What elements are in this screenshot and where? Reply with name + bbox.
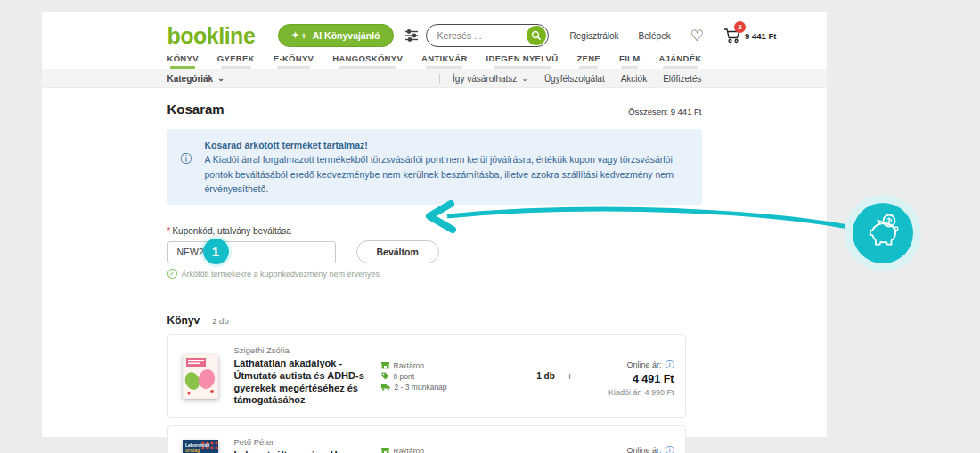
tag-icon	[381, 372, 389, 380]
check-icon: ✓	[167, 269, 177, 279]
main-content-card: bookline ✦＋ AI Könyvajánló	[42, 12, 827, 437]
store-icon	[381, 361, 389, 369]
item-title[interactable]: Láthatatlan akadályok - Útmutató autista…	[234, 358, 372, 407]
tab-ekonyv[interactable]: E-KÖNYV	[274, 53, 314, 69]
ai-recommender-button[interactable]: ✦＋ AI Könyvajánló	[278, 24, 393, 47]
redeem-coupon-button[interactable]: Beváltom	[356, 240, 439, 263]
search-input[interactable]	[437, 30, 527, 41]
cart-button[interactable]: 2 9 441 Ft	[723, 28, 776, 44]
search-icon	[531, 30, 542, 41]
sparkle-icon: ✦＋	[291, 29, 307, 42]
delivery-status: 2 - 3 munkanap	[381, 383, 484, 392]
register-link[interactable]: Regisztrálok	[570, 31, 619, 41]
page-title: Kosaram	[167, 101, 225, 117]
quantity-value: 1 db	[536, 371, 555, 381]
availability-status: Raktáron	[381, 361, 484, 370]
site-header: bookline ✦＋ AI Könyvajánló	[167, 12, 702, 51]
cart-grand-total: Összesen: 9 441 Ft	[628, 107, 701, 117]
item-author[interactable]: Pető Péter	[234, 437, 372, 447]
item-author[interactable]: Szigethi Zsófia	[234, 345, 372, 355]
svg-text:ország: ország	[185, 448, 200, 453]
quantity-decrease-button[interactable]: −	[519, 370, 526, 382]
notice-body: A Kiadói árral forgalmazott termékekből …	[205, 152, 690, 196]
chevron-down-icon: ⌄	[521, 75, 528, 83]
promotions-link[interactable]: Akciók	[621, 74, 647, 84]
quantity-stepper: − 1 db +	[484, 370, 608, 382]
search-button[interactable]	[527, 26, 546, 45]
search-bar	[426, 24, 549, 47]
step-1-badge: 1	[203, 239, 229, 264]
tab-hangoskonyv[interactable]: HANGOSKÖNYV	[332, 53, 403, 69]
primary-nav: KÖNYV GYEREK E-KÖNYV HANGOSKÖNYV ANTIKVÁ…	[167, 53, 702, 69]
subscription-link[interactable]: Előfizetés	[663, 74, 701, 84]
piggy-bank-halo	[845, 195, 921, 271]
login-link[interactable]: Belépek	[639, 31, 671, 41]
coupon-label: *Kuponkód, utalvány beváltása	[167, 226, 702, 236]
secondary-nav-bar: Kategóriák ⌄ Így vásárolhatsz ⌄ Ügyfélsz…	[42, 69, 827, 88]
cart-section-count: 2 db	[212, 316, 229, 326]
points-status: 0 pont	[381, 372, 484, 381]
tab-antikvar[interactable]: ANTIKVÁR	[421, 53, 467, 69]
cart-count-badge: 2	[734, 21, 746, 33]
tab-ajandek[interactable]: AJÁNDÉK	[658, 53, 701, 69]
required-asterisk: *	[167, 226, 171, 236]
notice-title: Kosarad árkötött terméket tartalmaz!	[205, 138, 690, 152]
tab-idegen-nyelvu[interactable]: IDEGEN NYELVŰ	[486, 53, 559, 69]
online-price-label: Online ár: ⓘ	[626, 359, 674, 371]
cart-item-row: Leborotvált ország Pető Péter Leborotvál…	[167, 425, 686, 453]
price-locked-notice: ⓘ Kosarad árkötött terméket tartalmaz! A…	[167, 129, 702, 205]
price-info-icon[interactable]: ⓘ	[666, 359, 674, 371]
coupon-section: *Kuponkód, utalvány beváltása 1 Beváltom…	[167, 226, 702, 279]
cart-section-title: Könyv	[167, 314, 200, 327]
availability-status: Raktáron	[381, 447, 484, 453]
categories-dropdown[interactable]: Kategóriák ⌄	[167, 74, 225, 84]
wishlist-heart-icon[interactable]: ♡	[690, 28, 704, 44]
cart-item-row: Szigethi Zsófia Láthatatlan akadályok - …	[167, 334, 686, 418]
online-price-label: Online ár: ⓘ	[626, 444, 674, 453]
online-price: 4 491 Ft	[608, 373, 674, 385]
customer-service-link[interactable]: Ügyfélszolgálat	[544, 74, 605, 84]
how-to-buy-dropdown[interactable]: Így vásárolhatsz ⌄	[439, 74, 528, 84]
coupon-note: ✓ Árkötött termékekre a kuponkedvezmény …	[167, 269, 702, 279]
book-cover-2[interactable]: Leborotvált ország	[183, 440, 218, 453]
publisher-price: Kiadói ár: 4 990 Ft	[608, 388, 674, 397]
piggy-bank-icon	[853, 203, 913, 263]
cart-total: 9 441 Ft	[745, 31, 776, 41]
item-title[interactable]: Leborotvált ország - Haza, igazság - bal…	[234, 449, 372, 453]
chevron-down-icon: ⌄	[217, 75, 225, 83]
tab-konyv[interactable]: KÖNYV	[167, 53, 199, 69]
filter-sliders-icon[interactable]	[404, 29, 419, 42]
quantity-increase-button[interactable]: +	[567, 370, 574, 382]
price-info-icon[interactable]: ⓘ	[666, 444, 674, 453]
ai-button-label: AI Könyvajánló	[313, 30, 380, 41]
coupon-code-input[interactable]	[167, 241, 336, 263]
tab-gyerek[interactable]: GYEREK	[217, 53, 255, 69]
tab-zene[interactable]: ZENE	[576, 53, 600, 69]
store-icon	[381, 447, 389, 453]
book-cover-1[interactable]	[183, 354, 218, 399]
truck-icon	[381, 384, 390, 391]
tab-film[interactable]: FILM	[619, 53, 640, 69]
bookline-logo[interactable]: bookline	[167, 23, 256, 49]
info-icon: ⓘ	[181, 150, 192, 168]
